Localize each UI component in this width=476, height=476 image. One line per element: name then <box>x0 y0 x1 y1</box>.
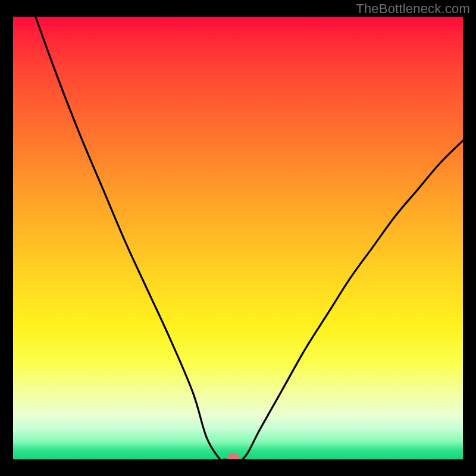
watermark-text: TheBottleneck.com <box>356 1 470 17</box>
bottleneck-curve <box>13 17 463 459</box>
chart-frame: TheBottleneck.com <box>0 0 476 476</box>
curve-path <box>13 17 463 459</box>
plot-area <box>13 17 463 459</box>
minimum-marker <box>227 453 239 459</box>
